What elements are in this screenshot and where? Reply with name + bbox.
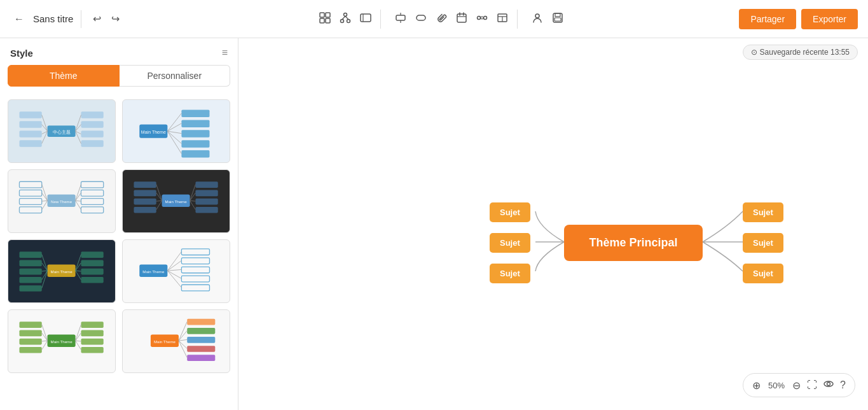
- theme-preview-1: 中心主题: [13, 103, 109, 159]
- svg-rect-64: [81, 181, 104, 188]
- theme-card-4[interactable]: Main Theme: [122, 169, 230, 233]
- svg-line-71: [42, 201, 48, 209]
- svg-line-93: [190, 201, 196, 209]
- svg-line-74: [76, 201, 81, 201]
- svg-line-86: [156, 185, 162, 201]
- redo-button[interactable]: ↪: [107, 10, 123, 27]
- theme-card-1[interactable]: 中心主题: [8, 99, 116, 163]
- sidebar-collapse-button[interactable]: ≡: [222, 47, 228, 59]
- svg-rect-79: [134, 190, 156, 196]
- svg-rect-99: [20, 277, 42, 283]
- svg-rect-36: [81, 131, 104, 138]
- theme-card-3[interactable]: New Theme: [8, 169, 116, 233]
- theme-card-7[interactable]: Main Theme: [8, 309, 116, 373]
- svg-rect-101: [81, 251, 104, 258]
- tool-node-icon[interactable]: [391, 10, 410, 29]
- svg-rect-3: [326, 18, 330, 23]
- title-divider: [81, 10, 81, 28]
- tool-expand-icon[interactable]: [356, 10, 375, 29]
- theme-card-2[interactable]: Main Theme: [122, 99, 230, 163]
- svg-line-69: [42, 193, 48, 201]
- zoom-in-button[interactable]: ⊕: [751, 378, 762, 393]
- subject-node-left-3[interactable]: Sujet: [490, 264, 530, 283]
- svg-rect-146: [188, 319, 216, 325]
- subject-node-right-3[interactable]: Sujet: [743, 264, 783, 283]
- export-button[interactable]: Exporter: [801, 9, 858, 29]
- subject-node-left-1[interactable]: Sujet: [490, 202, 530, 222]
- tool-user-icon[interactable]: [528, 10, 547, 29]
- svg-line-136: [42, 325, 48, 341]
- svg-line-75: [76, 201, 81, 209]
- svg-rect-120: [182, 285, 210, 291]
- back-button[interactable]: ←: [10, 11, 28, 27]
- svg-line-110: [76, 255, 81, 271]
- zoom-out-button[interactable]: ⊖: [791, 378, 802, 393]
- canvas-area[interactable]: Thème Principal Sujet Sujet Sujet Sujet …: [238, 38, 868, 410]
- theme-card-5[interactable]: Main Theme: [8, 239, 116, 303]
- svg-line-142: [76, 341, 81, 341]
- sidebar: Style ≡ Thème Personnaliser 中心主题: [0, 38, 238, 410]
- svg-rect-15: [457, 14, 466, 22]
- svg-line-70: [42, 201, 48, 201]
- tool-shape-icon[interactable]: [411, 10, 431, 29]
- svg-rect-60: [20, 181, 42, 188]
- svg-point-24: [535, 14, 539, 18]
- zoom-preview-button[interactable]: [822, 378, 835, 393]
- svg-line-39: [42, 124, 48, 131]
- toolbar-group-3: [523, 10, 572, 29]
- save-badge: ⊙ Sauvegarde récente 13:55: [743, 45, 858, 60]
- tool-calendar-icon[interactable]: [452, 10, 471, 29]
- sidebar-header: Style ≡: [0, 38, 238, 65]
- tool-layout-icon[interactable]: [315, 10, 334, 29]
- svg-rect-103: [81, 269, 104, 275]
- subject-node-right-1[interactable]: Sujet: [743, 202, 783, 222]
- svg-point-157: [827, 383, 830, 386]
- tab-custom[interactable]: Personnaliser: [120, 65, 231, 87]
- tool-table-icon[interactable]: [493, 10, 512, 29]
- svg-line-57: [168, 131, 182, 153]
- tool-relation-icon[interactable]: [472, 10, 492, 29]
- tool-attach-icon[interactable]: [432, 10, 451, 29]
- theme-preview-6: Main Theme: [128, 243, 224, 299]
- svg-rect-32: [20, 131, 42, 138]
- svg-rect-98: [20, 269, 42, 275]
- zoom-help-button[interactable]: ?: [839, 378, 847, 392]
- svg-line-42: [76, 115, 81, 131]
- svg-rect-118: [182, 267, 210, 273]
- svg-line-106: [42, 263, 48, 271]
- svg-line-111: [76, 263, 81, 271]
- svg-rect-128: [20, 322, 42, 328]
- svg-rect-62: [20, 199, 42, 205]
- svg-line-45: [76, 131, 81, 143]
- tab-theme[interactable]: Thème: [8, 65, 120, 87]
- themes-grid: 中心主题: [0, 94, 238, 378]
- undo-redo-group: ↩ ↪: [89, 10, 123, 27]
- svg-rect-35: [81, 121, 104, 128]
- svg-rect-65: [81, 190, 104, 196]
- svg-rect-149: [188, 346, 216, 352]
- subject-node-left-2[interactable]: Sujet: [490, 233, 530, 253]
- theme-card-8[interactable]: Main Theme: [122, 309, 230, 373]
- svg-rect-131: [20, 347, 42, 353]
- undo-button[interactable]: ↩: [89, 10, 105, 27]
- svg-rect-81: [134, 207, 156, 213]
- subject-node-right-2[interactable]: Sujet: [743, 233, 783, 253]
- svg-line-108: [42, 271, 48, 279]
- tool-tree-icon[interactable]: [336, 10, 355, 29]
- svg-line-125: [168, 271, 182, 287]
- svg-point-5: [341, 19, 344, 22]
- svg-point-4: [344, 13, 347, 16]
- theme-card-6[interactable]: Main Theme: [122, 239, 230, 303]
- svg-line-90: [190, 185, 196, 201]
- zoom-fit-button[interactable]: ⛶: [806, 378, 818, 392]
- svg-rect-14: [417, 15, 425, 20]
- theme-preview-3: New Theme: [13, 173, 109, 229]
- svg-rect-96: [20, 251, 42, 258]
- tool-save-icon[interactable]: [548, 10, 567, 29]
- svg-rect-52: [182, 150, 210, 157]
- svg-rect-2: [320, 18, 324, 23]
- share-button[interactable]: Partager: [739, 9, 796, 29]
- svg-line-152: [179, 330, 187, 341]
- svg-line-107: [42, 271, 48, 271]
- main-node[interactable]: Thème Principal: [564, 225, 703, 261]
